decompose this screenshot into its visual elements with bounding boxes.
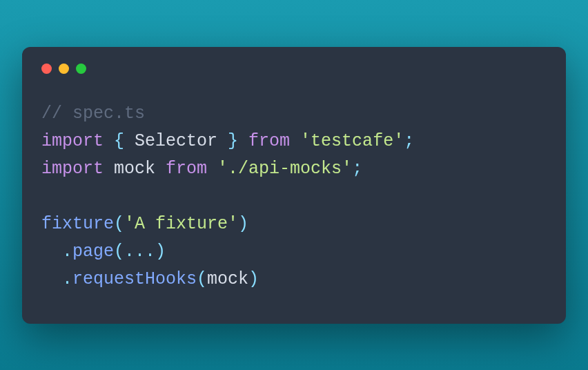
code-window: // spec.ts import { Selector } from 'tes… (22, 47, 566, 324)
paren-close: ) (238, 214, 248, 234)
identifier-selector: Selector (135, 131, 217, 151)
paren-close: ) (155, 242, 166, 262)
paren-close: ) (248, 269, 259, 289)
window-titlebar (41, 64, 547, 74)
maximize-icon[interactable] (76, 64, 86, 74)
keyword-import: import (41, 131, 104, 151)
code-block: // spec.ts import { Selector } from 'tes… (41, 100, 547, 293)
space (207, 159, 217, 179)
paren-open: ( (197, 269, 207, 289)
string-api-mocks: './api-mocks' (217, 159, 352, 179)
dot-operator: . (62, 242, 72, 262)
semicolon: ; (352, 159, 362, 179)
func-fixture: fixture (41, 214, 114, 234)
dot-operator: . (62, 269, 72, 289)
string-testcafe: 'testcafe' (300, 131, 404, 151)
indent (41, 269, 62, 289)
brace-open: { (104, 131, 135, 151)
keyword-import: import (41, 159, 104, 179)
method-page: page (72, 242, 114, 262)
keyword-from: from (166, 159, 207, 179)
space (104, 159, 114, 179)
brace-close: } (217, 131, 248, 151)
spread-operator: ... (124, 242, 155, 262)
minimize-icon[interactable] (59, 64, 69, 74)
string-fixture-name: 'A fixture' (124, 214, 238, 234)
close-icon[interactable] (41, 64, 52, 74)
code-comment: // spec.ts (41, 104, 145, 124)
indent (41, 242, 62, 262)
semicolon: ; (404, 131, 414, 151)
identifier-mock: mock (114, 159, 155, 179)
method-requesthooks: requestHooks (72, 269, 197, 289)
paren-open: ( (114, 214, 124, 234)
space (290, 131, 300, 151)
arg-mock: mock (207, 269, 248, 289)
space (155, 159, 166, 179)
paren-open: ( (114, 242, 124, 262)
keyword-from: from (248, 131, 290, 151)
